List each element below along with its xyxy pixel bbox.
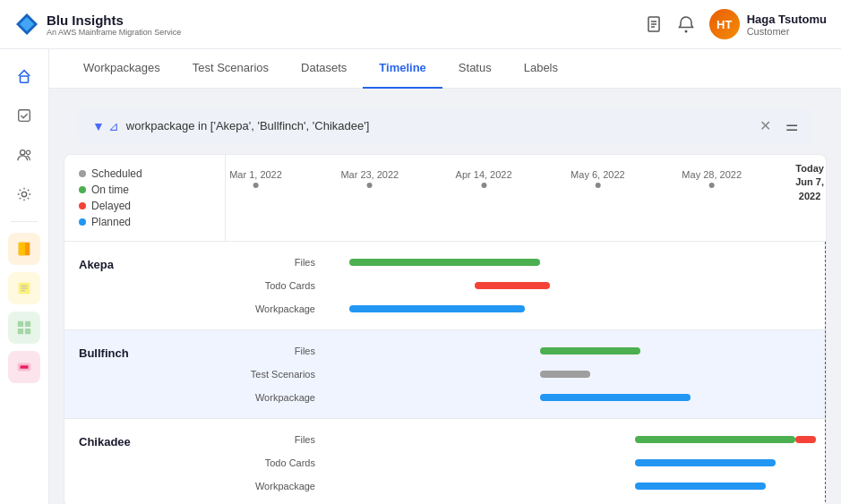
date-dot-4 [595,183,600,188]
svg-rect-13 [19,243,25,255]
bar-track-bullfinch-files [324,339,826,363]
date-dot-2 [367,183,373,188]
logo-icon [14,12,39,37]
sidebar-item-settings[interactable] [8,178,40,210]
bar-bullfinch-ts [540,371,590,378]
workpackage-rows: Akepa Files To [64,242,826,504]
date-dot-3 [481,183,486,188]
legend: Scheduled On time Delayed Planned [64,155,226,241]
bar-track-bullfinch-ts [324,363,826,386]
filter-settings-icon[interactable]: ⚌ [785,117,798,134]
dates-header: Mar 1, 2022 Mar 23, 2022 Apr 14, 2022 [226,155,826,218]
bar-label-bullfinch-wp: Workpackage [226,392,324,403]
tab-timeline[interactable]: Timeline [363,49,442,89]
legend-planned: Planned [79,216,210,228]
bar-akepa-todo [475,282,550,289]
tab-datasets[interactable]: Datasets [285,49,363,89]
header-right: HT Haga Tsutomu Customer [645,9,827,39]
bar-label-chikadee-files: Files [226,434,324,445]
bar-label-akepa-wp: Workpackage [226,303,324,314]
filter-close-icon[interactable]: ✕ [759,117,771,134]
sidebar-item-home[interactable] [8,60,40,92]
sidebar-item-extra[interactable] [8,351,40,383]
document-icon[interactable] [645,15,663,33]
ontime-label: On time [91,184,129,196]
wp-bars-chikadee: Files Todo Cards [226,419,826,504]
date-dot-5 [709,183,715,188]
today-label: TodayJun 7,2022 [795,162,824,203]
bar-track-chikadee-wp [324,474,826,498]
tab-status[interactable]: Status [442,49,508,89]
svg-rect-8 [19,110,30,122]
bar-row-akepa-files: Files [226,251,826,274]
bell-icon[interactable] [677,15,695,33]
delayed-label: Delayed [91,200,131,212]
bar-row-chikadee-files: Files [226,428,826,451]
sidebar-divider [11,221,38,222]
timeline-container: Scheduled On time Delayed Planned [64,154,827,504]
bar-row-bullfinch-wp: Workpackage [226,386,826,409]
date-label-4: May 6, 2022 [571,169,625,180]
scheduled-dot [79,170,86,177]
delayed-dot [79,202,86,209]
sidebar-item-files[interactable] [8,233,40,265]
sidebar-item-dashboard[interactable] [8,312,40,344]
sidebar [0,49,49,504]
bar-row-bullfinch-ts: Test Scenarios [226,363,826,386]
logo-area: Blu Insights An AWS Mainframe Migration … [14,12,193,37]
sidebar-item-check[interactable] [8,99,40,132]
svg-point-6 [684,30,687,33]
ontime-dot [79,186,86,193]
bar-track-akepa-files [324,251,826,274]
bar-chikadee-files-green [635,436,795,443]
sidebar-item-users[interactable] [8,139,40,171]
user-avatar-area[interactable]: HT Haga Tsutomu Customer [709,9,827,39]
planned-dot [79,218,86,226]
bar-track-chikadee-todo [324,451,826,474]
tab-workpackages[interactable]: Workpackages [67,49,176,89]
filter-funnel-icon: ⊿ [108,119,119,133]
tabs-bar: Workpackages Test Scenarios Datasets Tim… [49,49,841,89]
wp-row-chikadee: Chikadee Files [64,419,826,504]
bar-track-akepa-todo [324,274,826,297]
wp-name-akepa: Akepa [64,242,226,329]
planned-label: Planned [91,216,131,228]
svg-point-10 [26,150,30,155]
wp-bars-bullfinch: Files Test Scenarios [226,330,826,418]
date-label-1: Mar 1, 2022 [229,169,282,180]
svg-rect-18 [18,321,23,327]
bar-track-chikadee-files [324,428,826,451]
svg-rect-23 [21,365,29,369]
svg-rect-21 [25,329,30,334]
sidebar-item-notes[interactable] [8,272,40,304]
svg-point-11 [21,192,26,196]
scheduled-label: Scheduled [91,167,142,180]
logo-text: Blu Insights An AWS Mainframe Migration … [47,13,181,37]
bar-label-akepa-files: Files [226,257,324,268]
filter-icon: ▼ [92,119,105,133]
bar-chikadee-todo [635,459,776,466]
bar-akepa-wp [349,305,525,312]
date-label-5: May 28, 2022 [682,169,742,180]
date-label-2: Mar 23, 2022 [340,169,399,180]
wp-name-chikadee: Chikadee [64,419,226,504]
bar-label-chikadee-todo: Todo Cards [226,457,324,468]
filter-bar: ▼ ⊿ workpackage in ['Akepa', 'Bullfinch'… [78,108,812,143]
bar-track-bullfinch-wp [324,386,826,409]
main-content: Workpackages Test Scenarios Datasets Tim… [49,49,841,504]
bar-row-chikadee-wp: Workpackage [226,474,826,498]
timeline-top-row: Scheduled On time Delayed Planned [64,155,826,242]
wp-row-akepa: Akepa Files To [64,242,826,330]
wp-bars-akepa: Files Todo Cards [226,242,826,329]
user-role: Customer [747,26,827,37]
bar-bullfinch-files [540,347,640,355]
app-title: Blu Insights [47,13,181,28]
date-2: Mar 23, 2022 [340,169,399,188]
tab-test-scenarios[interactable]: Test Scenarios [176,49,285,89]
date-5: May 28, 2022 [682,169,742,188]
today-marker: TodayJun 7,2022 [795,162,824,203]
tab-labels[interactable]: Labels [508,49,574,89]
bar-row-akepa-todo: Todo Cards [226,274,826,297]
bar-chikadee-wp [635,483,766,490]
app-header: Blu Insights An AWS Mainframe Migration … [0,0,841,49]
